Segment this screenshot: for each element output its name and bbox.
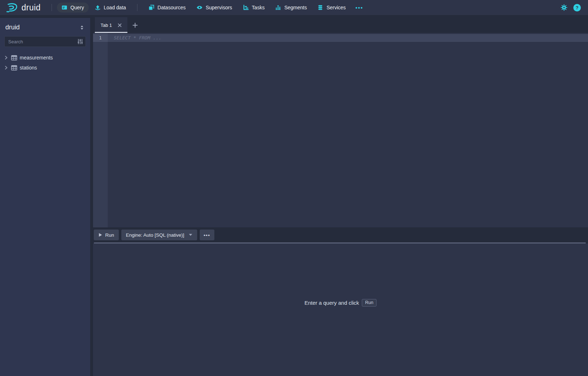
run-hint-badge: Run: [362, 299, 376, 307]
eye-icon: [196, 5, 203, 10]
schema-title: druid: [5, 24, 20, 31]
topbar-divider: [52, 4, 52, 11]
run-button-label: Run: [105, 232, 114, 238]
stacked-windows-icon: [149, 5, 154, 10]
table-icon: [11, 55, 17, 61]
nav-label: Supervisors: [206, 5, 232, 10]
nav-item-datasources[interactable]: Datasources: [144, 3, 190, 13]
nav-label: Segments: [284, 5, 307, 10]
line-number: 1: [93, 34, 108, 42]
tree-row-measurements[interactable]: measurements: [0, 53, 90, 63]
nav-label: Load data: [104, 5, 126, 10]
editor-gutter: [93, 33, 108, 227]
chevron-right-icon[interactable]: [4, 65, 9, 70]
tree-label: measurements: [20, 55, 53, 61]
nav-label: Query: [71, 5, 84, 10]
help-button[interactable]: ?: [570, 3, 584, 13]
schema-sidebar: druid: [0, 18, 90, 376]
query-workbench: Tab 1 1 SELECT * FROM ...: [93, 15, 588, 376]
settings-button[interactable]: [558, 3, 570, 13]
ellipsis-icon: •••: [204, 232, 210, 238]
search-input[interactable]: [4, 36, 86, 47]
nav-item-services[interactable]: Services: [313, 3, 350, 13]
settings-gear-icon: [560, 4, 568, 11]
tab-tab1[interactable]: Tab 1: [95, 17, 127, 33]
tree-label: stations: [20, 65, 37, 71]
chevron-down-icon: [189, 233, 193, 236]
plus-icon: [132, 23, 138, 28]
engine-label: Engine: Auto [SQL (native)]: [126, 232, 184, 238]
tree-row-stations[interactable]: stations: [0, 63, 90, 73]
double-caret-icon: [79, 25, 84, 30]
help-icon: ?: [573, 4, 581, 11]
database-icon: [317, 5, 323, 10]
top-navigation-bar: druid Query: [0, 0, 588, 15]
nav-label: Services: [326, 5, 346, 10]
play-icon: [98, 233, 102, 237]
table-icon: [11, 65, 17, 71]
console-icon: [62, 5, 67, 10]
topbar-divider: [137, 4, 137, 11]
run-toolbar: Run Engine: Auto [SQL (native)] •••: [93, 227, 588, 242]
table-tree: measurements stations: [0, 50, 90, 75]
nav-item-load-data[interactable]: Load data: [90, 3, 131, 13]
gantt-chart-icon: [243, 5, 249, 10]
stacked-bar-chart-icon: [275, 5, 281, 10]
help-glyph: ?: [576, 5, 579, 10]
empty-results-message: Enter a query and click Run: [305, 299, 377, 307]
filter-sliders-icon[interactable]: [77, 38, 83, 45]
nav-label: Datasources: [157, 5, 186, 10]
chevron-right-icon[interactable]: [4, 55, 9, 60]
brand[interactable]: druid: [5, 3, 41, 13]
close-icon[interactable]: [117, 23, 122, 28]
druid-logo-icon: [5, 3, 19, 13]
search-box: [4, 36, 86, 47]
nav-item-tasks[interactable]: Tasks: [238, 3, 269, 13]
editor-placeholder: SELECT * FROM ...: [114, 34, 161, 42]
query-tab-bar: Tab 1: [93, 15, 588, 33]
run-button[interactable]: Run: [94, 230, 119, 240]
add-tab-button[interactable]: [127, 17, 143, 33]
message-text: Enter a query and click: [305, 300, 359, 306]
nav-item-query[interactable]: Query: [57, 3, 89, 13]
nav-label: Tasks: [252, 5, 265, 10]
engine-select-button[interactable]: Engine: Auto [SQL (native)]: [121, 230, 197, 240]
nav-item-segments[interactable]: Segments: [271, 3, 311, 13]
results-panel: Enter a query and click Run: [93, 244, 588, 376]
primary-nav: Query Load data: [57, 3, 367, 13]
run-more-button[interactable]: •••: [200, 230, 214, 240]
schema-selector[interactable]: druid: [0, 18, 90, 35]
druid-console: druid Query: [0, 0, 588, 376]
ellipsis-icon: •••: [355, 5, 363, 11]
upload-icon: [95, 5, 101, 10]
tab-label: Tab 1: [101, 23, 112, 28]
brand-wordmark: druid: [21, 3, 41, 13]
active-line-highlight: [108, 34, 588, 42]
sql-editor[interactable]: 1 SELECT * FROM ...: [93, 33, 588, 227]
nav-item-supervisors[interactable]: Supervisors: [192, 3, 237, 13]
nav-more-button[interactable]: •••: [352, 3, 367, 13]
